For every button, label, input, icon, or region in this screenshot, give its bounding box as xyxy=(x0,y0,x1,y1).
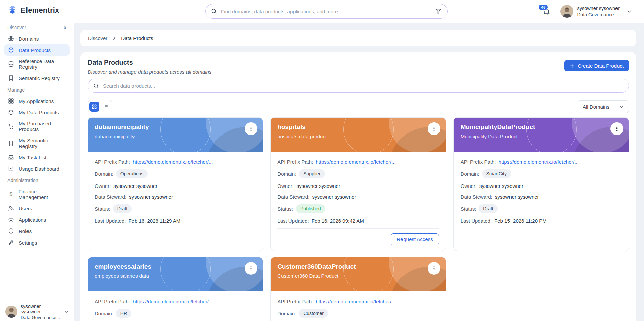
breadcrumb: Discover Data Products xyxy=(80,30,636,46)
user-name: sysowner sysowner xyxy=(21,304,61,314)
inbox-icon xyxy=(8,154,14,160)
api-prefix-row: API Prefix Path: https://demo.elementrix… xyxy=(277,159,439,165)
user-role: Data Governance... xyxy=(577,12,620,17)
card-footer: Request Access xyxy=(277,228,439,245)
sidebar-item-my-semantic-registry[interactable]: My Semantic Registry xyxy=(4,135,70,152)
last-updated-row: Last Updated: Feb 16, 2026 09:42 AM xyxy=(277,218,439,224)
api-prefix-link[interactable]: https://demo.elementrix.io/fetcher/... xyxy=(133,299,213,304)
domain-row: Domain: Customer xyxy=(277,309,439,318)
card-body: API Prefix Path: https://demo.elementrix… xyxy=(88,291,263,321)
sidebar-item-applications[interactable]: Applications xyxy=(4,214,70,225)
steward-row: Data Steward: sysowner sysowner xyxy=(95,194,256,200)
api-prefix-row: API Prefix Path: https://demo.elementrix… xyxy=(95,159,256,165)
breadcrumb-data-products: Data Products xyxy=(121,35,153,41)
globe-icon xyxy=(8,36,14,42)
plus-icon xyxy=(570,63,575,68)
field-label: Domain: xyxy=(95,311,113,316)
sidebar-item-my-applications[interactable]: My Applications xyxy=(4,95,70,107)
api-prefix-row: API Prefix Path: https://demo.elementrix… xyxy=(277,298,439,304)
app-name: Elementrix xyxy=(21,6,59,15)
notifications-button[interactable]: 46 xyxy=(543,7,550,16)
sidebar-item-roles[interactable]: Roles xyxy=(4,225,70,237)
sidebar-section-administration: Administration xyxy=(0,174,74,186)
domain-badge: Supplier xyxy=(299,169,325,178)
field-label: Last Updated: xyxy=(95,218,126,224)
api-prefix-row: API Prefix Path: https://demo.elementrix… xyxy=(95,298,256,304)
sidebar-item-usage-dashboard[interactable]: Usage Dashboard xyxy=(4,163,70,174)
api-prefix-row: API Prefix Path: https://demo.elementrix… xyxy=(461,159,622,165)
domain-badge: SmartCity xyxy=(482,169,511,178)
status-row: Status: Draft xyxy=(95,204,256,213)
chevron-right-icon xyxy=(112,36,116,40)
field-label: Domain: xyxy=(461,171,479,177)
last-updated-row: Last Updated: Feb 16, 2026 11:29 AM xyxy=(95,218,256,224)
card-subtitle: Customer360 Data Product xyxy=(277,273,439,279)
card-menu-button[interactable] xyxy=(610,122,623,135)
field-label: Last Updated: xyxy=(461,218,492,224)
owner-value: sysowner sysowner xyxy=(297,183,340,189)
right-column: 46 sysowner sysowner xyxy=(74,0,644,321)
last-updated-value: Feb 16, 2026 09:42 AM xyxy=(312,218,364,224)
kebab-icon xyxy=(614,126,620,131)
field-label: API Prefix Path: xyxy=(277,159,313,165)
sidebar-item-my-purchased-products[interactable]: My Purchased Products xyxy=(4,118,70,135)
products-search-input[interactable] xyxy=(103,83,623,89)
sidebar-item-data-products[interactable]: Data Products xyxy=(4,44,70,56)
sidebar-nav: Discover « Domains Data Products xyxy=(0,20,74,248)
field-label: Owner: xyxy=(461,183,477,189)
field-label: API Prefix Path: xyxy=(95,159,130,165)
sidebar-item-semantic-registry[interactable]: Semantic Registry xyxy=(4,72,70,84)
sidebar-section-discover: Discover « xyxy=(0,21,74,33)
sidebar-item-settings[interactable]: Settings xyxy=(4,237,70,248)
create-data-product-button[interactable]: Create Data Product xyxy=(564,60,629,71)
global-search xyxy=(205,4,448,19)
field-label: API Prefix Path: xyxy=(95,299,130,304)
sidebar-item-label: My Applications xyxy=(19,98,54,104)
last-updated-value: Feb 16, 2026 11:29 AM xyxy=(128,218,180,224)
global-search-input[interactable] xyxy=(221,9,431,14)
database-icon xyxy=(8,61,14,67)
field-label: Data Steward: xyxy=(95,194,126,200)
api-prefix-link[interactable]: https://demo.elementrix.io/fetcher/... xyxy=(499,159,579,165)
product-card-employeessalaries: employeessalaries employees salaries dat… xyxy=(88,257,263,321)
status-row: Status: Published xyxy=(277,204,439,213)
request-access-button[interactable]: Request Access xyxy=(391,233,439,245)
card-subtitle: employees salaries data xyxy=(95,273,256,279)
collapse-sidebar-icon[interactable]: « xyxy=(63,25,66,30)
domain-filter-select[interactable]: All Domains xyxy=(578,100,629,113)
card-menu-button[interactable] xyxy=(428,122,440,135)
sidebar-item-my-data-products[interactable]: My Data Products xyxy=(4,107,70,118)
api-prefix-link[interactable]: https://demo.elementrix.io/fetcher/... xyxy=(133,159,213,165)
account-menu[interactable]: sysowner sysowner Data Governance... xyxy=(560,5,632,18)
chevron-down-icon xyxy=(619,104,624,109)
sidebar-item-domains[interactable]: Domains xyxy=(4,33,70,44)
card-header: employeessalaries employees salaries dat… xyxy=(88,257,263,291)
gear-icon xyxy=(8,217,14,223)
api-prefix-link[interactable]: https://demo.elementrix.io/fetcher/... xyxy=(316,159,395,165)
sidebar-item-my-task-list[interactable]: My Task List xyxy=(4,152,70,163)
api-prefix-link[interactable]: https://demo.elementrix.io/fetcher/... xyxy=(316,299,395,304)
domain-badge: Operations xyxy=(116,169,148,178)
app-root: Elementrix Discover « Domains xyxy=(0,0,644,321)
sidebar-item-label: Applications xyxy=(19,217,46,223)
field-label: Status: xyxy=(277,206,293,212)
steward-row: Data Steward: sysowner sysowner xyxy=(461,194,622,200)
card-body: API Prefix Path: https://demo.elementrix… xyxy=(88,152,263,251)
card-body: API Prefix Path: https://demo.elementrix… xyxy=(271,152,445,251)
sidebar-user-menu[interactable]: sysowner sysowner Data Governance... xyxy=(0,302,74,321)
card-menu-button[interactable] xyxy=(428,262,440,275)
breadcrumb-discover[interactable]: Discover xyxy=(88,35,107,41)
filter-funnel-icon[interactable] xyxy=(435,8,441,14)
sidebar: Elementrix Discover « Domains xyxy=(0,0,74,321)
list-view-button[interactable] xyxy=(101,102,111,112)
shield-icon xyxy=(8,228,14,234)
grid-view-button[interactable] xyxy=(89,102,99,112)
cube-icon xyxy=(8,47,14,53)
sidebar-item-finance-management[interactable]: $ Finance Management xyxy=(4,186,70,203)
sidebar-item-users[interactable]: Users xyxy=(4,203,70,214)
sidebar-item-reference-data-registry[interactable]: Reference Data Registry xyxy=(4,56,70,72)
sidebar-item-label: Roles xyxy=(19,228,32,234)
wrench-icon xyxy=(8,239,14,246)
cart-icon xyxy=(8,123,14,129)
chart-icon xyxy=(8,166,14,172)
